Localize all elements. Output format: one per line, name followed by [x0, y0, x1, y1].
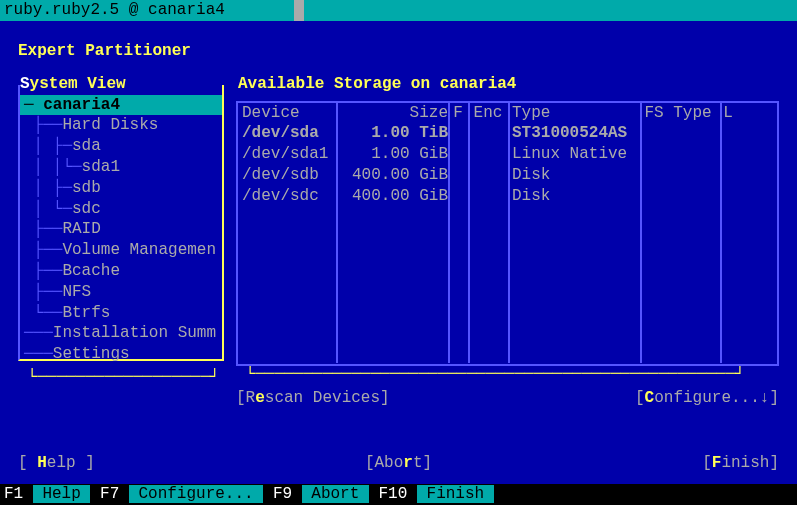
help-button[interactable]: [ Help ] — [18, 453, 95, 474]
rescan-button[interactable]: [Rescan Devices] — [236, 388, 390, 409]
tree-item-hard-disks[interactable]: ├──Hard Disks — [20, 115, 222, 136]
function-bar: F1 Help F7 Configure... F9 Abort F10 Fin… — [0, 484, 797, 505]
column-divider — [468, 103, 470, 363]
f7-label[interactable]: Configure... — [129, 485, 263, 503]
panel-container: System View ─ canaria4 ├──Hard Disks │ ├… — [18, 74, 779, 409]
f1-key[interactable]: F1 — [4, 485, 23, 503]
tree-item-install-summ[interactable]: ───Installation Summ — [20, 323, 222, 344]
page-title: Expert Partitioner — [18, 41, 779, 62]
storage-table[interactable]: Device Size F Enc Type FS Type L /dev/sd… — [236, 101, 779, 366]
col-type[interactable]: Type — [508, 103, 638, 124]
f9-label[interactable]: Abort — [302, 485, 369, 503]
col-f[interactable]: F — [448, 103, 468, 124]
table-hscroll[interactable]: └───────────────────────────────────────… — [236, 364, 779, 385]
col-enc[interactable]: Enc — [468, 103, 508, 124]
finish-button[interactable]: [Finish] — [702, 453, 779, 474]
storage-title: Available Storage on canaria4 — [236, 74, 779, 95]
tree-item-settings[interactable]: ───Settings — [20, 344, 222, 365]
tree-item-volume[interactable]: ├──Volume Managemen — [20, 240, 222, 261]
column-divider — [640, 103, 642, 363]
f7-key[interactable]: F7 — [100, 485, 119, 503]
f9-key[interactable]: F9 — [273, 485, 292, 503]
tree-item-sda1[interactable]: │ │└─sda1 — [20, 157, 222, 178]
bottom-buttons: [ Help ] [Abort] [Finish] — [18, 453, 779, 474]
tree-item-selected[interactable]: ─ canaria4 — [20, 95, 222, 116]
tree-title-hotkey: S — [20, 75, 30, 93]
tree-title: System View — [18, 74, 224, 95]
tree-box[interactable]: ─ canaria4 ├──Hard Disks │ ├─sda │ │└─sd… — [18, 85, 224, 361]
titlebar-text: ruby.ruby2.5 @ canaria4 — [4, 1, 225, 19]
tree-title-rest: ystem View — [30, 75, 126, 93]
tree-hscroll[interactable]: └──────────────────┘ — [18, 367, 224, 388]
tree-item-bcache[interactable]: ├──Bcache — [20, 261, 222, 282]
column-divider — [720, 103, 722, 363]
action-row: [Rescan Devices] [Configure...↓] — [236, 388, 779, 409]
titlebar: ruby.ruby2.5 @ canaria4 — [0, 0, 797, 21]
col-device[interactable]: Device — [238, 103, 338, 124]
tree-item-sdc[interactable]: │ └─sdc — [20, 199, 222, 220]
tree-item-raid[interactable]: ├──RAID — [20, 219, 222, 240]
abort-button[interactable]: [Abort] — [365, 453, 432, 474]
configure-button[interactable]: [Configure...↓] — [635, 388, 779, 409]
column-divider — [336, 103, 338, 363]
f10-key[interactable]: F10 — [379, 485, 408, 503]
tree-item-sdb[interactable]: │ ├─sdb — [20, 178, 222, 199]
tree-item-btrfs[interactable]: └──Btrfs — [20, 303, 222, 324]
f1-label[interactable]: Help — [33, 485, 91, 503]
tree-item-nfs[interactable]: ├──NFS — [20, 282, 222, 303]
col-size[interactable]: Size — [338, 103, 448, 124]
column-divider — [508, 103, 510, 363]
cursor-icon — [294, 0, 304, 21]
storage-panel: Available Storage on canaria4 Device Siz… — [236, 74, 779, 409]
tree-item-sda[interactable]: │ ├─sda — [20, 136, 222, 157]
tree-panel: System View ─ canaria4 ├──Hard Disks │ ├… — [18, 74, 224, 409]
f10-label[interactable]: Finish — [417, 485, 494, 503]
column-divider — [448, 103, 450, 363]
col-fs[interactable]: FS Type — [638, 103, 718, 124]
main-panel: Expert Partitioner System View ─ canaria… — [0, 21, 797, 484]
